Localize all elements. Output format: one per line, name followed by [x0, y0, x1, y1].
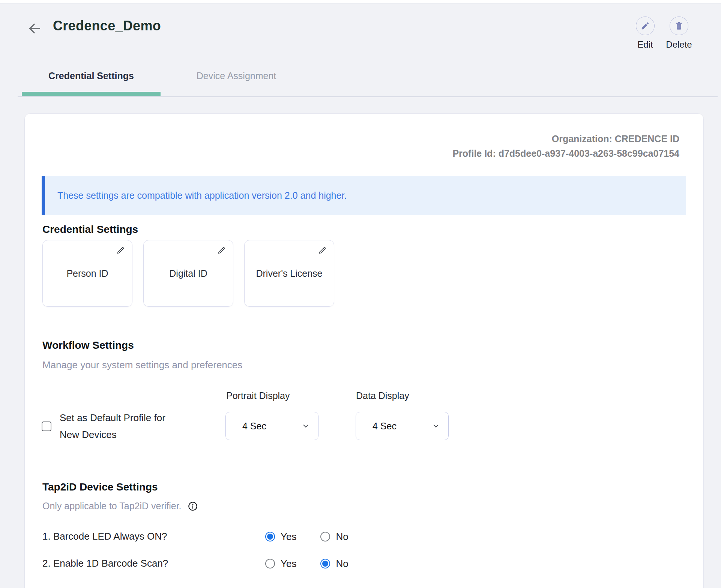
credential-settings-heading: Credential Settings — [42, 224, 138, 236]
tap2id-settings-subheading: Only applicable to Tap2iD verifier. — [42, 501, 198, 512]
page-title: Credence_Demo — [53, 18, 161, 34]
portrait-display-select[interactable]: 4 Sec — [225, 412, 318, 440]
edit-button-label: Edit — [637, 39, 653, 50]
profile-meta: Organization: CREDENCE ID Profile Id: d7… — [452, 132, 679, 161]
default-profile-checkbox[interactable] — [42, 422, 51, 431]
radio-option-no[interactable]: No — [320, 531, 348, 543]
pencil-icon — [636, 16, 655, 35]
data-display-select[interactable]: 4 Sec — [356, 412, 449, 440]
radio-no[interactable] — [320, 532, 330, 542]
credential-card-list: Person ID Digital ID — [42, 240, 334, 307]
credential-card-label: Digital ID — [169, 268, 207, 279]
credential-card-label: Driver's License — [256, 268, 322, 279]
credential-card-drivers-license[interactable]: Driver's License — [244, 240, 334, 307]
chevron-down-icon — [302, 422, 310, 430]
workflow-settings-subheading: Manage your system settings and preferen… — [42, 359, 242, 371]
delete-button-label: Delete — [666, 39, 692, 50]
radio-no[interactable] — [320, 559, 330, 568]
pencil-outline-icon[interactable] — [317, 246, 327, 255]
organization-text: Organization: CREDENCE ID — [452, 132, 679, 146]
chevron-down-icon — [432, 422, 440, 430]
credential-card-person-id[interactable]: Person ID — [42, 240, 132, 307]
question-1d-barcode-options: Yes No — [265, 558, 348, 570]
radio-option-yes[interactable]: Yes — [265, 558, 296, 570]
radio-option-no[interactable]: No — [320, 558, 348, 570]
data-display-value: 4 Sec — [373, 421, 397, 432]
arrow-left-icon — [27, 21, 42, 36]
data-display-label: Data Display — [356, 390, 409, 401]
radio-yes-label: Yes — [281, 531, 296, 543]
tab-credential-settings[interactable]: Credential Settings — [22, 70, 161, 81]
trash-icon — [670, 16, 688, 35]
default-profile-checkbox-row[interactable]: Set as Default Profile for New Devices — [42, 409, 185, 444]
edit-button[interactable]: Edit — [628, 16, 662, 50]
radio-no-label: No — [336, 558, 348, 570]
question-barcode-led-label: 1. Barcode LED Always ON? — [42, 531, 167, 542]
credential-card-label: Person ID — [66, 268, 108, 279]
credential-card-digital-id[interactable]: Digital ID — [143, 240, 233, 307]
workflow-settings-heading: Workflow Settings — [42, 339, 134, 351]
radio-no-label: No — [336, 531, 348, 543]
question-1d-barcode-label: 2. Enable 1D Barcode Scan? — [42, 558, 168, 569]
pencil-outline-icon[interactable] — [216, 246, 226, 255]
profile-id-text: Profile Id: d7d5dee0-a937-4003-a263-58c9… — [452, 146, 679, 161]
compatibility-banner-text: These settings are compatible with appli… — [57, 190, 347, 201]
tab-device-assignment[interactable]: Device Assignment — [176, 70, 296, 81]
profile-settings-screen: Credence_Demo Edit Delete Credential Set… — [0, 0, 721, 588]
info-icon[interactable] — [188, 501, 198, 512]
radio-option-yes[interactable]: Yes — [265, 531, 296, 543]
portrait-display-value: 4 Sec — [242, 421, 266, 432]
credential-settings-panel: Organization: CREDENCE ID Profile Id: d7… — [24, 113, 704, 588]
default-profile-checkbox-label: Set as Default Profile for New Devices — [60, 410, 185, 443]
top-strip — [0, 0, 721, 4]
question-barcode-led-options: Yes No — [265, 531, 348, 543]
compatibility-banner: These settings are compatible with appli… — [42, 176, 686, 215]
pencil-outline-icon[interactable] — [116, 246, 125, 255]
tap2id-settings-heading: Tap2iD Device Settings — [42, 481, 158, 493]
delete-button[interactable]: Delete — [662, 16, 696, 50]
radio-yes[interactable] — [265, 532, 275, 542]
portrait-display-label: Portrait Display — [226, 390, 290, 401]
tabs-divider — [18, 96, 718, 97]
radio-yes[interactable] — [265, 559, 275, 568]
tap2id-subheading-text: Only applicable to Tap2iD verifier. — [42, 501, 182, 512]
back-button[interactable] — [26, 20, 43, 37]
radio-yes-label: Yes — [281, 558, 296, 570]
